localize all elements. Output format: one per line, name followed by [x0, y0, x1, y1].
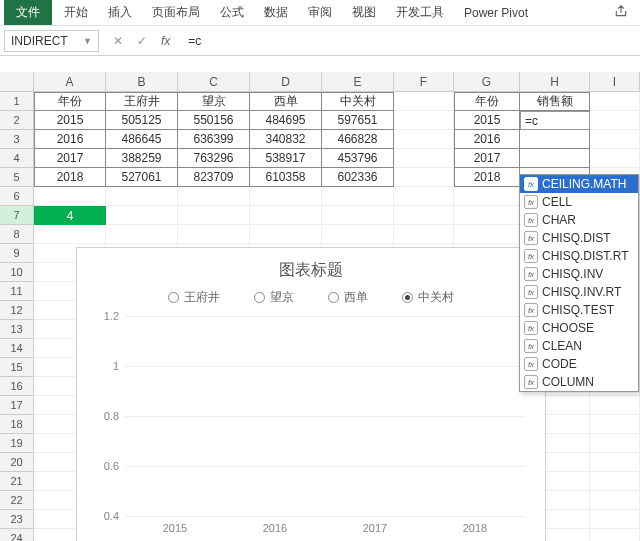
cell[interactable]	[590, 92, 640, 111]
row-header[interactable]: 17	[0, 396, 34, 415]
row-header[interactable]: 4	[0, 149, 34, 168]
cell[interactable]: 2017	[34, 149, 106, 168]
row-header[interactable]: 24	[0, 529, 34, 541]
cell[interactable]	[178, 206, 250, 225]
cell[interactable]	[394, 92, 454, 111]
row-header[interactable]: 9	[0, 244, 34, 263]
autocomplete-item[interactable]: fxCHISQ.TEST	[520, 301, 638, 319]
col-header[interactable]: A	[34, 72, 106, 91]
cell[interactable]: 610358	[250, 168, 322, 187]
autocomplete-item[interactable]: fxCOLUMN	[520, 373, 638, 391]
autocomplete-item[interactable]: fxCODE	[520, 355, 638, 373]
row-header[interactable]: 8	[0, 225, 34, 244]
select-all-corner[interactable]	[0, 72, 34, 91]
cell[interactable]: 763296	[178, 149, 250, 168]
tab-review[interactable]: 审阅	[298, 0, 342, 25]
row-header[interactable]: 19	[0, 434, 34, 453]
row-header[interactable]: 20	[0, 453, 34, 472]
cell[interactable]: 2016	[34, 130, 106, 149]
row-header[interactable]: 23	[0, 510, 34, 529]
cell[interactable]: 538917	[250, 149, 322, 168]
cell[interactable]	[590, 111, 640, 130]
autocomplete-item[interactable]: fxCHISQ.INV	[520, 265, 638, 283]
cell[interactable]	[394, 111, 454, 130]
share-button[interactable]	[606, 0, 636, 25]
legend-item[interactable]: 望京	[254, 289, 294, 306]
cell[interactable]	[250, 206, 322, 225]
row-header[interactable]: 2	[0, 111, 34, 130]
cell[interactable]: 2015	[34, 111, 106, 130]
autocomplete-item[interactable]: fxCELL	[520, 193, 638, 211]
cell[interactable]: 年份	[454, 92, 520, 111]
formula-input[interactable]: =c	[180, 34, 640, 48]
cell[interactable]	[34, 225, 106, 244]
chart[interactable]: 图表标题 王府井 望京 西单 中关村 1.2 1 0.8 0.6 0.4 201…	[76, 247, 546, 541]
row-header[interactable]: 3	[0, 130, 34, 149]
cell[interactable]: 王府井	[106, 92, 178, 111]
cell[interactable]	[394, 130, 454, 149]
cell[interactable]	[590, 472, 640, 491]
tab-developer[interactable]: 开发工具	[386, 0, 454, 25]
cell[interactable]	[590, 396, 640, 415]
cell[interactable]	[590, 415, 640, 434]
cell[interactable]: 486645	[106, 130, 178, 149]
col-header[interactable]: H	[520, 72, 590, 91]
col-header[interactable]: F	[394, 72, 454, 91]
cell[interactable]	[590, 491, 640, 510]
row-header[interactable]: 11	[0, 282, 34, 301]
cell[interactable]	[590, 149, 640, 168]
cancel-button[interactable]: ✕	[113, 34, 123, 48]
cell[interactable]	[520, 130, 590, 149]
tab-formulas[interactable]: 公式	[210, 0, 254, 25]
cell[interactable]	[590, 434, 640, 453]
cell[interactable]	[590, 453, 640, 472]
cell[interactable]: 527061	[106, 168, 178, 187]
row-header[interactable]: 18	[0, 415, 34, 434]
name-box[interactable]: INDIRECT ▼	[4, 30, 99, 52]
cell[interactable]: 340832	[250, 130, 322, 149]
tab-data[interactable]: 数据	[254, 0, 298, 25]
row-header[interactable]: 22	[0, 491, 34, 510]
cell[interactable]: 2017	[454, 149, 520, 168]
row-header[interactable]: 7	[0, 206, 34, 225]
tab-page-layout[interactable]: 页面布局	[142, 0, 210, 25]
confirm-button[interactable]: ✓	[137, 34, 147, 48]
row-header[interactable]: 21	[0, 472, 34, 491]
cell[interactable]: 466828	[322, 130, 394, 149]
cell[interactable]: 2016	[454, 130, 520, 149]
row-header[interactable]: 13	[0, 320, 34, 339]
tab-insert[interactable]: 插入	[98, 0, 142, 25]
row-header[interactable]: 6	[0, 187, 34, 206]
cell[interactable]	[520, 149, 590, 168]
cell[interactable]	[106, 206, 178, 225]
col-header[interactable]: D	[250, 72, 322, 91]
cell[interactable]: 中关村	[322, 92, 394, 111]
tab-file[interactable]: 文件	[4, 0, 52, 25]
row-header[interactable]: 1	[0, 92, 34, 111]
autocomplete-item[interactable]: fxCLEAN	[520, 337, 638, 355]
name-box-dropdown-icon[interactable]: ▼	[83, 36, 92, 46]
cell[interactable]: 年份	[34, 92, 106, 111]
autocomplete-item[interactable]: fxCEILING.MATH	[520, 175, 638, 193]
cell[interactable]: 636399	[178, 130, 250, 149]
cell[interactable]	[322, 225, 394, 244]
autocomplete-item[interactable]: fxCHAR	[520, 211, 638, 229]
cell[interactable]: 505125	[106, 111, 178, 130]
cell[interactable]: 销售额	[520, 92, 590, 111]
row-header[interactable]: 15	[0, 358, 34, 377]
cell[interactable]: 484695	[250, 111, 322, 130]
tab-power-pivot[interactable]: Power Pivot	[454, 2, 538, 24]
cell[interactable]	[250, 187, 322, 206]
cell[interactable]	[394, 225, 454, 244]
worksheet[interactable]: A B C D E F G H I 1年份王府井望京西单中关村年份销售额2201…	[0, 72, 640, 541]
autocomplete-item[interactable]: fxCHISQ.INV.RT	[520, 283, 638, 301]
legend-item[interactable]: 中关村	[402, 289, 454, 306]
cell[interactable]	[322, 206, 394, 225]
cell[interactable]	[454, 206, 520, 225]
row-header[interactable]: 5	[0, 168, 34, 187]
chart-title[interactable]: 图表标题	[77, 248, 545, 289]
row-header[interactable]: 16	[0, 377, 34, 396]
col-header[interactable]: E	[322, 72, 394, 91]
cell[interactable]: 453796	[322, 149, 394, 168]
cell[interactable]	[590, 510, 640, 529]
